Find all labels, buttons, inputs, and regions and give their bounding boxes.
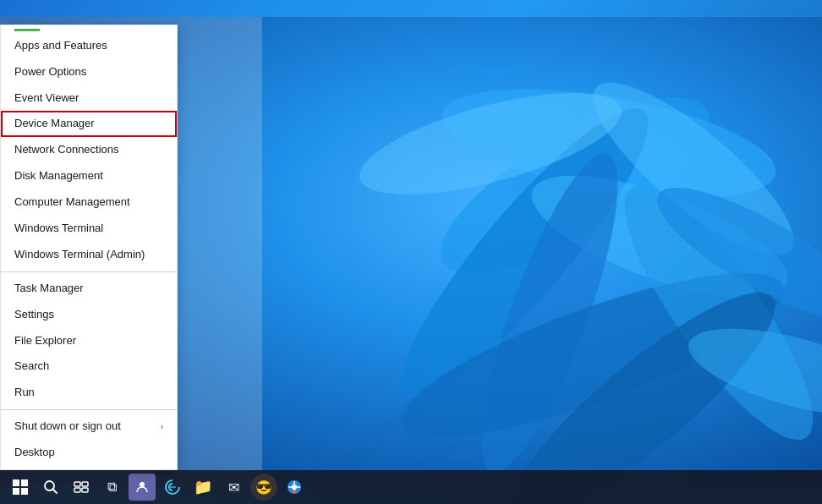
menu-item-label-device-manager: Device Manager: [14, 117, 95, 131]
menu-item-label-windows-terminal: Windows Terminal: [14, 222, 103, 236]
menu-item-label-shut-down-sign-out: Shut down or sign out: [14, 419, 121, 434]
menu-item-label-settings: Settings: [14, 308, 54, 322]
menu-items-container: Apps and FeaturesPower OptionsEvent View…: [1, 33, 177, 466]
svg-point-26: [292, 485, 297, 490]
menu-item-computer-management[interactable]: Computer Management: [1, 189, 177, 216]
taskbar-taskview-button[interactable]: [68, 474, 95, 501]
menu-item-label-run: Run: [14, 386, 35, 400]
menu-separator-13: [1, 409, 177, 410]
desktop: Apps and FeaturesPower OptionsEvent View…: [0, 0, 822, 504]
context-menu: Apps and FeaturesPower OptionsEvent View…: [0, 25, 178, 470]
menu-item-desktop[interactable]: Desktop: [1, 440, 177, 466]
svg-rect-15: [21, 479, 28, 486]
menu-item-event-viewer[interactable]: Event Viewer: [1, 85, 177, 112]
menu-separator-8: [1, 271, 177, 272]
svg-rect-23: [82, 488, 88, 492]
menu-item-windows-terminal[interactable]: Windows Terminal: [1, 216, 177, 242]
taskbar-widgets-button[interactable]: ⧉: [98, 474, 125, 501]
svg-rect-14: [13, 479, 19, 486]
svg-rect-21: [82, 482, 88, 486]
menu-top-accent: [14, 29, 40, 31]
menu-item-label-event-viewer: Event Viewer: [14, 91, 79, 106]
menu-item-label-power-options: Power Options: [14, 65, 86, 79]
menu-item-label-search: Search: [14, 359, 49, 374]
menu-item-label-apps-features: Apps and Features: [14, 39, 107, 53]
menu-item-disk-management[interactable]: Disk Management: [1, 163, 177, 189]
svg-point-24: [140, 482, 145, 487]
menu-item-windows-terminal-admin[interactable]: Windows Terminal (Admin): [1, 242, 177, 268]
taskbar-app1-button[interactable]: 😎: [250, 474, 277, 501]
menu-item-network-connections[interactable]: Network Connections: [1, 137, 177, 163]
svg-rect-22: [74, 488, 80, 492]
menu-item-label-computer-management: Computer Management: [14, 195, 130, 210]
menu-item-label-task-manager: Task Manager: [14, 282, 84, 296]
menu-item-search[interactable]: Search: [1, 353, 177, 380]
svg-rect-16: [13, 488, 19, 495]
menu-item-apps-features[interactable]: Apps and Features: [1, 33, 177, 59]
menu-item-label-desktop: Desktop: [14, 446, 55, 460]
taskbar-edge-button[interactable]: [159, 474, 186, 501]
taskbar-fileexplorer-button[interactable]: 📁: [189, 474, 216, 501]
taskbar-search-button[interactable]: [37, 474, 64, 501]
taskbar-mail-button[interactable]: ✉: [220, 474, 247, 501]
menu-item-shut-down-sign-out[interactable]: Shut down or sign out›: [1, 414, 177, 440]
taskbar-start-button[interactable]: [7, 474, 34, 501]
svg-rect-17: [21, 488, 28, 495]
taskbar: ⧉ 📁 ✉ 😎: [0, 470, 822, 504]
svg-point-27: [293, 490, 296, 494]
menu-item-settings[interactable]: Settings: [1, 302, 177, 328]
menu-item-label-network-connections: Network Connections: [14, 143, 119, 157]
menu-item-label-windows-terminal-admin: Windows Terminal (Admin): [14, 248, 145, 262]
menu-item-power-options[interactable]: Power Options: [1, 59, 177, 85]
menu-item-label-disk-management: Disk Management: [14, 169, 103, 184]
menu-item-run[interactable]: Run: [1, 380, 177, 406]
menu-item-device-manager[interactable]: Device Manager: [1, 111, 177, 137]
svg-rect-20: [74, 482, 80, 486]
taskbar-vpn-button[interactable]: [281, 474, 308, 501]
svg-line-19: [53, 490, 58, 494]
menu-item-file-explorer[interactable]: File Explorer: [1, 328, 177, 354]
menu-item-label-file-explorer: File Explorer: [14, 334, 76, 348]
submenu-chevron-shut-down-sign-out: ›: [161, 421, 163, 432]
menu-item-task-manager[interactable]: Task Manager: [1, 276, 177, 302]
taskbar-teams-button[interactable]: [129, 474, 156, 501]
